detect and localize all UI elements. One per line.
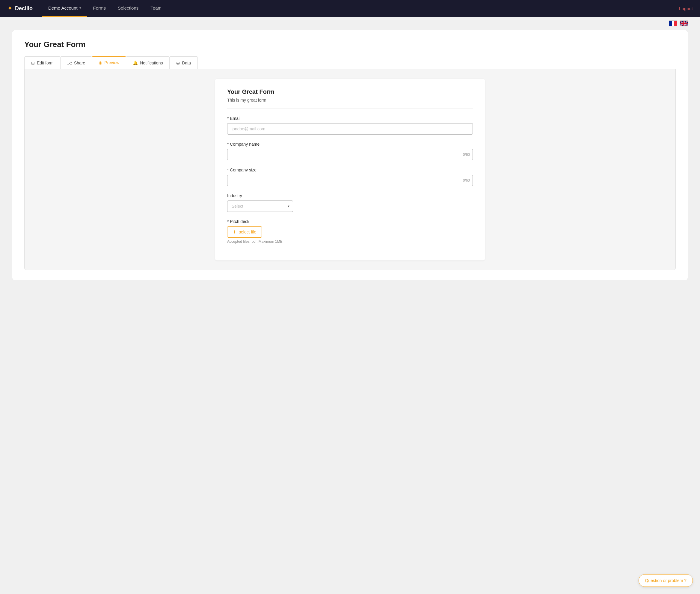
input-wrapper-company-size: 0/60 (227, 175, 473, 186)
nav-label-demo-account: Demo Account (48, 5, 78, 10)
grid-icon: ⊞ (31, 61, 35, 65)
inner-form-title: Your Great Form (227, 89, 473, 95)
flag-uk[interactable] (679, 21, 688, 26)
required-marker: * (227, 168, 230, 172)
field-label-pitch-deck: * Pitch deck (227, 219, 473, 224)
field-label-company-name: * Company name (227, 142, 473, 146)
select-file-button[interactable]: ⬆ select file (227, 226, 262, 238)
nav-item-forms[interactable]: Forms (87, 0, 112, 17)
nav-item-team[interactable]: Team (144, 0, 168, 17)
logo[interactable]: ✦ Decilio (7, 4, 33, 12)
nav-item-demo-account[interactable]: Demo Account ▾ (42, 0, 87, 17)
tab-edit-form[interactable]: ⊞ Edit form (24, 56, 61, 69)
inner-form: Your Great Form This is my great form * … (215, 79, 485, 260)
industry-select-wrapper: Select ▾ (227, 200, 293, 212)
language-bar (0, 17, 700, 30)
tab-preview[interactable]: ◉ Preview (92, 56, 126, 69)
file-note: Accepted files: pdf. Maximum 1MB. (227, 239, 473, 244)
required-marker: * (227, 219, 230, 224)
char-count-company-name: 0/60 (463, 153, 470, 157)
input-wrapper-company-name: 0/60 (227, 149, 473, 160)
company-size-input[interactable] (227, 175, 473, 186)
field-group-company-name: * Company name 0/60 (227, 142, 473, 160)
tab-share-label: Share (74, 61, 85, 65)
logo-icon: ✦ (7, 4, 12, 12)
field-group-pitch-deck: * Pitch deck ⬆ select file Accepted file… (227, 219, 473, 244)
chevron-down-icon: ▾ (79, 6, 81, 10)
logout-button[interactable]: Logout (679, 6, 693, 11)
page-form-title: Your Great Form (24, 40, 676, 49)
form-card: Your Great Form ⊞ Edit form ⎇ Share ◉ Pr… (12, 30, 688, 280)
main-content: Your Great Form ⊞ Edit form ⎇ Share ◉ Pr… (0, 30, 700, 292)
nav-label-selections: Selections (118, 5, 138, 10)
upload-icon: ⬆ (233, 230, 236, 234)
company-name-input[interactable] (227, 149, 473, 160)
inner-form-subtitle: This is my great form (227, 98, 473, 109)
preview-icon: ◉ (99, 60, 102, 65)
char-count-company-size: 0/60 (463, 178, 470, 183)
field-label-email: * Email (227, 116, 473, 121)
field-label-industry: Industry (227, 193, 473, 198)
navbar-links: Demo Account ▾ Forms Selections Team (42, 0, 679, 17)
data-icon: ◎ (176, 61, 180, 65)
required-marker: * (227, 116, 230, 121)
tabs-row: ⊞ Edit form ⎇ Share ◉ Preview 🔔 Notifica… (24, 56, 676, 69)
help-button[interactable]: Question or problem ? (639, 574, 693, 587)
tab-notifications-label: Notifications (140, 61, 163, 65)
tab-edit-form-label: Edit form (37, 61, 54, 65)
logo-text: Decilio (15, 5, 33, 12)
flag-french[interactable] (669, 21, 677, 26)
tab-notifications[interactable]: 🔔 Notifications (126, 56, 170, 69)
share-icon: ⎇ (67, 61, 72, 65)
field-label-company-size: * Company size (227, 168, 473, 172)
navbar-right: Logout (679, 6, 693, 11)
nav-label-forms: Forms (93, 5, 106, 10)
nav-item-selections[interactable]: Selections (112, 0, 144, 17)
preview-area: Your Great Form This is my great form * … (24, 69, 676, 270)
nav-label-team: Team (151, 5, 162, 10)
industry-select[interactable]: Select (227, 200, 293, 212)
bell-icon: 🔔 (133, 61, 138, 65)
field-group-industry: Industry Select ▾ (227, 193, 473, 212)
field-group-company-size: * Company size 0/60 (227, 168, 473, 186)
field-group-email: * Email (227, 116, 473, 135)
email-input[interactable] (227, 123, 473, 135)
tab-data[interactable]: ◎ Data (169, 56, 198, 69)
tab-preview-label: Preview (104, 60, 119, 65)
tab-share[interactable]: ⎇ Share (60, 56, 92, 69)
required-marker: * (227, 142, 230, 146)
select-file-label: select file (239, 230, 256, 234)
navbar: ✦ Decilio Demo Account ▾ Forms Selection… (0, 0, 700, 17)
tab-data-label: Data (182, 61, 191, 65)
